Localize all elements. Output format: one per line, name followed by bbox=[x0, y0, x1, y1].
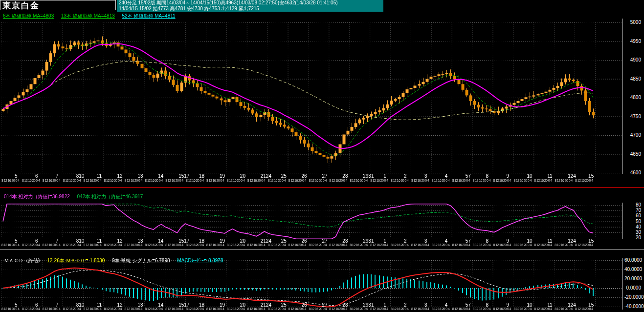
x-axis-time-labels: 8 12 16 20 0 4 bbox=[534, 243, 554, 247]
y-axis-tick: 20.0000 bbox=[624, 276, 641, 281]
x-axis-time-labels: 8 12 16 20 0 4 bbox=[247, 307, 267, 311]
y-axis-tick: 40 bbox=[624, 224, 641, 229]
rsi-legend: 014本 相対力（終値)=36.9822 042本 相対力（終値)=46.391… bbox=[4, 193, 149, 200]
x-axis-time-labels: 8 12 16 20 0 4 bbox=[84, 179, 103, 182]
y-axis-tick: 30 bbox=[624, 229, 641, 235]
x-axis-time-labels: 8 12 16 20 0 4 bbox=[43, 307, 62, 311]
header-info-line2: 14/04/15 15/02 始4773 高4781 安4730 終4753 出… bbox=[119, 6, 381, 12]
x-axis-time-labels: 8 12 16 20 0 4 bbox=[84, 307, 103, 311]
ma13-legend[interactable]: 13本 終値単純 MA=4813 bbox=[61, 13, 115, 19]
x-axis-time-labels: 8 12 16 20 0 4 bbox=[329, 179, 349, 182]
x-axis-day-label: 10 bbox=[527, 173, 532, 179]
x-axis-time-labels: 8 12 16 20 0 4 bbox=[370, 307, 390, 311]
x-axis-time-labels: 8 12 16 20 0 4 bbox=[309, 243, 328, 247]
x-axis-time-labels: 8 12 16 20 0 4 bbox=[227, 307, 246, 311]
macd-legend: ＭＡＣＤ（終値) 12-26本 ＭＡＣＤ=-1.8030 9本 単純 シグナル=… bbox=[4, 257, 229, 264]
x-axis-time-labels: 8 12 16 20 0 4 bbox=[391, 179, 410, 182]
x-axis-day-label: 2931 bbox=[363, 173, 374, 179]
x-axis-day-label: 3 bbox=[424, 173, 427, 179]
x-axis-time-labels: 8 12 16 20 0 4 bbox=[186, 243, 205, 247]
y-axis-tick: 50 bbox=[624, 219, 641, 224]
x-axis-day-label: 12 bbox=[117, 173, 122, 179]
x-axis-time-labels: 8 12 16 20 0 4 bbox=[186, 179, 205, 182]
x-axis-time-labels: 8 12 16 20 0 4 bbox=[124, 179, 144, 182]
y-axis-tick: 60.0000 bbox=[624, 257, 641, 263]
x-axis-time-labels: 8 12 16 20 0 4 bbox=[493, 179, 513, 182]
x-axis-time-labels: 8 12 16 20 0 4 bbox=[1, 243, 21, 247]
x-axis-time-labels: 8 12 16 20 0 4 bbox=[555, 243, 574, 247]
y-axis-tick: 20 bbox=[624, 235, 641, 240]
x-axis-time-labels: 8 12 16 20 0 4 bbox=[268, 243, 288, 247]
x-axis-day-label: 4 bbox=[445, 173, 448, 179]
macd-osc-legend[interactable]: MACDﾚｰﾀﾞｰ=-8.3978 bbox=[177, 258, 223, 263]
x-axis-time-labels: 8 12 16 20 0 4 bbox=[104, 179, 123, 182]
y-axis-tick: 4900 bbox=[624, 57, 641, 62]
x-axis-time-labels: 8 12 16 20 0 4 bbox=[43, 243, 62, 247]
rsi14-legend[interactable]: 014本 相対力（終値)=36.9822 bbox=[4, 194, 70, 199]
y-axis-tick: 4850 bbox=[624, 76, 641, 82]
ma52-legend[interactable]: 52本 終値単純 MA=4811 bbox=[122, 13, 176, 19]
x-axis-time-labels: 8 12 16 20 0 4 bbox=[575, 179, 595, 182]
x-axis-day-label: 14 bbox=[158, 173, 163, 179]
x-axis-day-label: 27 bbox=[322, 173, 327, 179]
x-axis-time-labels: 8 12 16 20 0 4 bbox=[493, 243, 513, 247]
x-axis-time-labels: 8 12 16 20 0 4 bbox=[452, 243, 472, 247]
y-axis-tick: 0.0000 bbox=[624, 285, 641, 291]
x-axis-day-label: 11 bbox=[547, 173, 552, 179]
x-axis-time-labels: 8 12 16 20 0 4 bbox=[268, 307, 288, 311]
x-axis-time-labels: 8 12 16 20 0 4 bbox=[309, 179, 328, 182]
x-axis-time-labels: 8 12 16 20 0 4 bbox=[289, 179, 308, 182]
x-axis-time-labels: 8 12 16 20 0 4 bbox=[22, 243, 42, 247]
x-axis-time-labels: 8 12 16 20 0 4 bbox=[22, 179, 42, 182]
panel-separator-white bbox=[0, 250, 644, 250]
y-axis-tick: -20.0000 bbox=[624, 294, 641, 300]
x-axis-time-labels: 8 12 16 20 0 4 bbox=[227, 243, 246, 247]
chart-app-window: 東京白金 240分足 15/02版 期間14/03/04～14/04/15(15… bbox=[0, 0, 644, 312]
x-axis-time-labels: 8 12 16 20 0 4 bbox=[534, 307, 554, 311]
x-axis-day-label: 1517 bbox=[178, 173, 189, 179]
x-axis-time-labels: 8 12 16 20 0 4 bbox=[124, 307, 144, 311]
x-axis-time-labels: 8 12 16 20 0 4 bbox=[513, 179, 533, 182]
header-info-line1: 240分足 15/02版 期間14/03/04～14/04/15(150)高49… bbox=[119, 0, 381, 6]
x-axis-time-labels: 8 12 16 20 0 4 bbox=[329, 243, 349, 247]
x-axis-time-labels: 8 12 16 20 0 4 bbox=[350, 243, 369, 247]
x-axis-time-labels: 8 12 16 20 0 4 bbox=[206, 243, 226, 247]
x-axis-time-labels: 8 12 16 20 0 4 bbox=[145, 243, 164, 247]
x-axis-time-labels: 8 12 16 20 0 4 bbox=[145, 307, 164, 311]
x-axis-time-labels: 8 12 16 20 0 4 bbox=[145, 179, 164, 182]
x-axis-time-labels: 8 12 16 20 0 4 bbox=[350, 307, 369, 311]
y-axis-tick: 4750 bbox=[624, 114, 641, 119]
x-axis-day-label: 15 bbox=[588, 173, 594, 179]
y-axis-tick: 40.0000 bbox=[624, 267, 641, 272]
x-axis-time-labels: 8 12 16 20 0 4 bbox=[391, 243, 410, 247]
x-axis-time-labels: 8 12 16 20 0 4 bbox=[411, 307, 431, 311]
macd-value-legend[interactable]: 12-26本 ＭＡＣＤ=-1.8030 bbox=[47, 258, 105, 263]
header-info: 240分足 15/02版 期間14/03/04～14/04/15(150)高49… bbox=[117, 0, 383, 12]
x-axis-time-labels: 8 12 16 20 0 4 bbox=[350, 179, 369, 182]
x-axis-day-label: 7 bbox=[56, 173, 59, 179]
rsi42-legend[interactable]: 042本 相対力（終値)=46.3917 bbox=[77, 194, 143, 199]
x-axis-day-label: 13 bbox=[137, 173, 143, 179]
x-axis-time-labels: 8 12 16 20 0 4 bbox=[63, 179, 83, 182]
x-axis-day-label: 25 bbox=[281, 173, 287, 179]
macd-signal-legend[interactable]: 9本 単純 シグナル=6.7898 bbox=[112, 258, 170, 263]
y-axis-tick: -40.0000 bbox=[624, 304, 641, 309]
x-axis-time-labels: 8 12 16 20 0 4 bbox=[391, 307, 410, 311]
x-axis-time-labels: 8 12 16 20 0 4 bbox=[370, 243, 390, 247]
x-axis-time-labels: 8 12 16 20 0 4 bbox=[165, 243, 185, 247]
x-axis-day-label: 18 bbox=[199, 173, 204, 179]
x-axis-time-labels: 8 12 16 20 0 4 bbox=[206, 307, 226, 311]
ma6-legend[interactable]: 6本 終値単純 MA=4803 bbox=[3, 13, 54, 19]
page-title: 東京白金 bbox=[2, 0, 40, 11]
x-axis-day-label: 8 bbox=[486, 173, 489, 179]
x-axis-day-label: 57 bbox=[466, 173, 471, 179]
x-axis-day-label: 2124 bbox=[261, 173, 271, 179]
x-axis-day-label: 11 bbox=[97, 173, 102, 179]
x-axis-time-labels: 8 12 16 20 0 4 bbox=[63, 243, 83, 247]
ma-legend: 6本 終値単純 MA=4803 13本 終値単純 MA=4813 52本 終値単… bbox=[3, 13, 181, 20]
x-axis-time-labels: 8 12 16 20 0 4 bbox=[63, 307, 83, 311]
rsi-chart-canvas bbox=[0, 199, 623, 239]
y-axis-tick: 4950 bbox=[624, 39, 641, 44]
x-axis-time-labels: 8 12 16 20 0 4 bbox=[575, 243, 595, 247]
x-axis-day-label: 28 bbox=[342, 173, 348, 179]
